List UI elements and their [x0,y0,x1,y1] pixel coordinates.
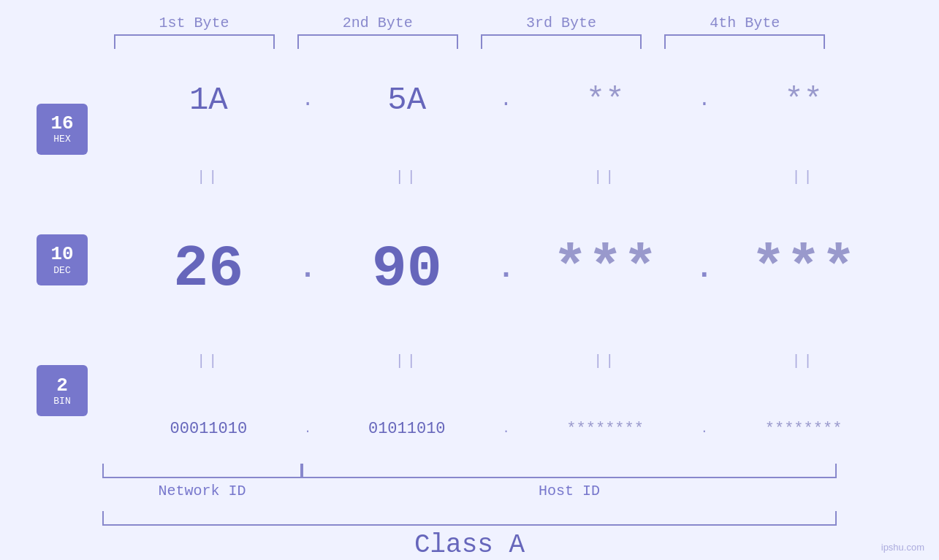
dot1-hex: . [297,88,319,111]
hex-byte3: ** [525,82,685,118]
dot1-bin: . [297,423,319,436]
bracket-byte2 [297,34,458,49]
bin-byte4: ******** [723,420,884,438]
big-bracket-wrap: Class A [0,511,939,560]
hex-row: 1A . 5A . ** . ** [110,82,902,118]
dot2-dec: . [495,253,517,285]
sep1: || [128,169,289,185]
sep2: || [327,169,487,185]
host-id-label: Host ID [302,483,837,499]
dot1-dec: . [297,253,319,285]
bin-byte1: 00011010 [128,420,289,438]
hex-byte2: 5A [327,82,487,118]
values-grid: 1A . 5A . ** . ** || || || || 26 [110,56,902,464]
hex-byte1: 1A [128,82,289,118]
main-grid: 16 HEX 10 DEC 2 BIN 1A . 5A . ** . ** [0,56,939,464]
bracket-byte3 [481,34,642,49]
dot3-dec: . [693,253,715,285]
dot2-bin: . [495,423,517,436]
byte2-header: 2nd Byte [297,15,458,31]
dec-badge: 10 DEC [37,234,88,285]
hex-byte4: ** [723,82,884,118]
dec-byte2: 90 [327,236,487,302]
sep7: || [525,353,685,369]
dec-byte4: *** [723,236,884,302]
bottom-labels: Network ID Host ID [102,483,837,499]
sep5: || [128,353,289,369]
sep3: || [525,169,685,185]
dec-byte1: 26 [128,236,289,302]
dot2-hex: . [495,88,517,111]
network-id-label: Network ID [102,483,302,499]
dec-row: 26 . 90 . *** . *** [110,236,902,302]
bin-byte3: ******** [525,420,685,438]
sep4: || [723,169,884,185]
hex-badge: 16 HEX [37,104,88,155]
host-bracket [302,464,837,478]
dec-byte3: *** [525,236,685,302]
sep-hex-dec: || || || || [110,169,902,185]
byte1-header: 1st Byte [114,15,275,31]
bracket-byte4 [664,34,825,49]
bottom-brackets [102,464,837,478]
network-bracket [102,464,302,478]
bracket-byte1 [114,34,275,49]
watermark: ipshu.com [881,542,924,553]
sep8: || [723,353,884,369]
byte-headers: 1st Byte 2nd Byte 3rd Byte 4th Byte [0,15,939,31]
sep-dec-bin: || || || || [110,353,902,369]
big-bracket [102,511,837,526]
sep6: || [327,353,487,369]
top-brackets [0,34,939,49]
dot3-hex: . [693,88,715,111]
main-container: 1st Byte 2nd Byte 3rd Byte 4th Byte 16 H… [0,0,939,560]
bin-row: 00011010 . 01011010 . ******** . *******… [110,420,902,438]
class-label: Class A [102,530,837,560]
base-labels: 16 HEX 10 DEC 2 BIN [37,56,110,464]
bin-byte2: 01011010 [327,420,487,438]
bottom-section: Network ID Host ID [0,464,939,499]
byte4-header: 4th Byte [664,15,825,31]
bin-badge: 2 BIN [37,365,88,416]
dot3-bin: . [693,423,715,436]
byte3-header: 3rd Byte [481,15,642,31]
